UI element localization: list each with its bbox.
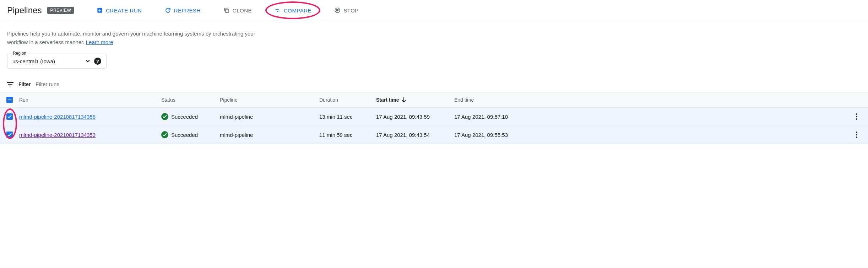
compare-label: COMPARE	[284, 7, 311, 14]
select-all-checkbox[interactable]	[6, 97, 13, 103]
col-run[interactable]: Run	[19, 97, 161, 103]
page-description: Pipelines help you to automate, monitor …	[0, 21, 270, 51]
refresh-label: REFRESH	[174, 7, 201, 14]
create-run-label: CREATE RUN	[106, 7, 142, 14]
pipeline-text: mlmd-pipeline	[220, 114, 319, 120]
plus-icon	[97, 7, 103, 14]
filter-input[interactable]	[36, 81, 861, 87]
clone-label: CLONE	[233, 7, 252, 14]
table-row: mlmd-pipeline-20210817134353 Succeeded m…	[0, 126, 868, 144]
compare-button[interactable]: COMPARE	[269, 4, 317, 16]
table-header: Run Status Pipeline Duration Start time …	[0, 92, 868, 108]
pipeline-text: mlmd-pipeline	[220, 132, 319, 138]
start-time-text: 17 Aug 2021, 09:43:59	[376, 114, 454, 120]
col-pipeline[interactable]: Pipeline	[220, 97, 319, 103]
filter-icon	[7, 82, 13, 87]
svg-rect-3	[337, 10, 338, 11]
stop-label: STOP	[343, 7, 359, 14]
col-start-time[interactable]: Start time	[376, 97, 454, 103]
duration-text: 11 min 59 sec	[319, 132, 376, 138]
success-icon	[161, 131, 168, 138]
region-label: Region	[11, 51, 28, 56]
run-link[interactable]: mlmd-pipeline-20210817134358	[19, 114, 96, 120]
clone-button[interactable]: CLONE	[218, 4, 257, 16]
row-menu-button[interactable]	[855, 130, 859, 139]
col-start-time-label: Start time	[376, 97, 399, 103]
end-time-text: 17 Aug 2021, 09:57:10	[454, 114, 532, 120]
row-checkbox[interactable]	[6, 132, 13, 138]
page-title: Pipelines	[7, 5, 42, 15]
copy-icon	[223, 7, 230, 14]
description-text: Pipelines help you to automate, monitor …	[7, 31, 255, 45]
status-text: Succeeded	[171, 114, 198, 120]
create-run-button[interactable]: CREATE RUN	[91, 4, 147, 16]
status-text: Succeeded	[171, 132, 198, 138]
col-end-time[interactable]: End time	[454, 97, 532, 103]
refresh-icon	[165, 7, 171, 14]
preview-badge: PREVIEW	[47, 7, 74, 14]
region-value: us-central1 (Iowa)	[12, 58, 55, 64]
page-header: Pipelines PREVIEW CREATE RUN REFRESH CLO…	[0, 0, 868, 21]
duration-text: 13 min 11 sec	[319, 114, 376, 120]
table-row: mlmd-pipeline-20210817134358 Succeeded m…	[0, 108, 868, 126]
table-body: mlmd-pipeline-20210817134358 Succeeded m…	[0, 108, 868, 144]
region-select[interactable]: us-central1 (Iowa) ?	[7, 54, 107, 69]
success-icon	[161, 113, 168, 120]
refresh-button[interactable]: REFRESH	[159, 4, 206, 16]
compare-icon	[275, 7, 281, 14]
chevron-down-icon	[86, 60, 90, 63]
end-time-text: 17 Aug 2021, 09:55:53	[454, 132, 532, 138]
stop-button[interactable]: STOP	[329, 4, 364, 16]
row-menu-button[interactable]	[855, 112, 859, 121]
filter-label: Filter	[18, 81, 31, 87]
row-checkbox[interactable]	[6, 113, 13, 120]
region-selector-group: Region us-central1 (Iowa) ?	[7, 54, 107, 69]
svg-rect-1	[226, 9, 229, 12]
filter-bar: Filter	[0, 76, 868, 92]
col-duration[interactable]: Duration	[319, 97, 376, 103]
help-icon[interactable]: ?	[94, 58, 101, 65]
run-link[interactable]: mlmd-pipeline-20210817134353	[19, 132, 96, 138]
stop-icon	[334, 7, 341, 14]
learn-more-link[interactable]: Learn more	[86, 39, 113, 45]
sort-desc-icon	[401, 97, 406, 103]
col-status[interactable]: Status	[161, 97, 220, 103]
start-time-text: 17 Aug 2021, 09:43:54	[376, 132, 454, 138]
